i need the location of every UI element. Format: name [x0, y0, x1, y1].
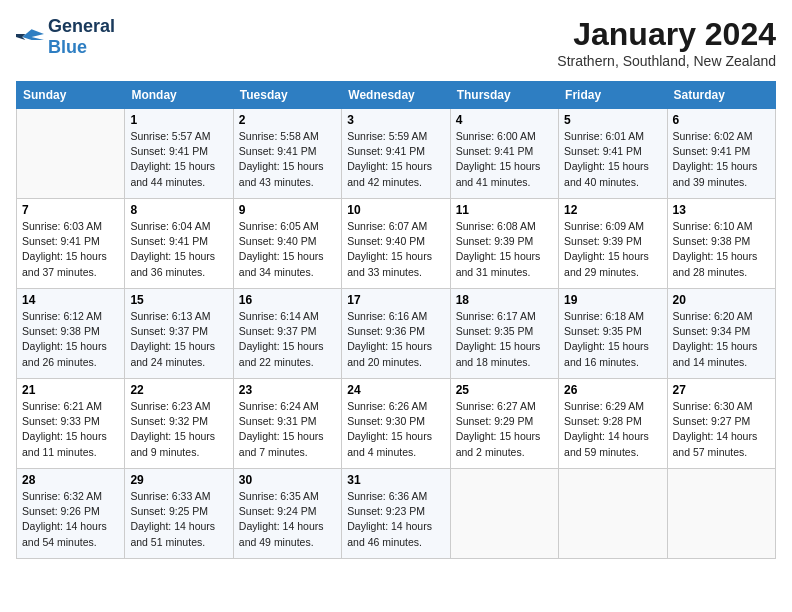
subtitle: Strathern, Southland, New Zealand	[557, 53, 776, 69]
day-info: Sunrise: 6:36 AMSunset: 9:23 PMDaylight:…	[347, 489, 444, 550]
day-info: Sunrise: 5:57 AMSunset: 9:41 PMDaylight:…	[130, 129, 227, 190]
day-number: 28	[22, 473, 119, 487]
title-block: January 2024 Strathern, Southland, New Z…	[557, 16, 776, 69]
day-number: 17	[347, 293, 444, 307]
calendar-day-header: Saturday	[667, 82, 775, 109]
calendar-cell: 25Sunrise: 6:27 AMSunset: 9:29 PMDayligh…	[450, 379, 558, 469]
day-number: 8	[130, 203, 227, 217]
calendar-cell: 22Sunrise: 6:23 AMSunset: 9:32 PMDayligh…	[125, 379, 233, 469]
main-title: January 2024	[557, 16, 776, 53]
calendar-cell: 10Sunrise: 6:07 AMSunset: 9:40 PMDayligh…	[342, 199, 450, 289]
logo: General Blue	[16, 16, 115, 57]
svg-marker-0	[22, 29, 44, 40]
day-info: Sunrise: 6:17 AMSunset: 9:35 PMDaylight:…	[456, 309, 553, 370]
day-number: 19	[564, 293, 661, 307]
calendar-cell: 4Sunrise: 6:00 AMSunset: 9:41 PMDaylight…	[450, 109, 558, 199]
day-info: Sunrise: 6:24 AMSunset: 9:31 PMDaylight:…	[239, 399, 336, 460]
day-number: 29	[130, 473, 227, 487]
calendar-cell: 3Sunrise: 5:59 AMSunset: 9:41 PMDaylight…	[342, 109, 450, 199]
day-number: 2	[239, 113, 336, 127]
day-info: Sunrise: 6:14 AMSunset: 9:37 PMDaylight:…	[239, 309, 336, 370]
day-info: Sunrise: 6:20 AMSunset: 9:34 PMDaylight:…	[673, 309, 770, 370]
day-info: Sunrise: 6:07 AMSunset: 9:40 PMDaylight:…	[347, 219, 444, 280]
day-info: Sunrise: 6:18 AMSunset: 9:35 PMDaylight:…	[564, 309, 661, 370]
calendar-cell: 26Sunrise: 6:29 AMSunset: 9:28 PMDayligh…	[559, 379, 667, 469]
calendar-cell: 18Sunrise: 6:17 AMSunset: 9:35 PMDayligh…	[450, 289, 558, 379]
calendar-cell: 29Sunrise: 6:33 AMSunset: 9:25 PMDayligh…	[125, 469, 233, 559]
day-number: 9	[239, 203, 336, 217]
day-number: 24	[347, 383, 444, 397]
day-info: Sunrise: 6:12 AMSunset: 9:38 PMDaylight:…	[22, 309, 119, 370]
day-info: Sunrise: 6:09 AMSunset: 9:39 PMDaylight:…	[564, 219, 661, 280]
day-info: Sunrise: 6:35 AMSunset: 9:24 PMDaylight:…	[239, 489, 336, 550]
calendar-cell: 27Sunrise: 6:30 AMSunset: 9:27 PMDayligh…	[667, 379, 775, 469]
calendar-cell	[450, 469, 558, 559]
calendar-cell: 9Sunrise: 6:05 AMSunset: 9:40 PMDaylight…	[233, 199, 341, 289]
day-number: 10	[347, 203, 444, 217]
calendar-day-header: Thursday	[450, 82, 558, 109]
calendar-cell: 2Sunrise: 5:58 AMSunset: 9:41 PMDaylight…	[233, 109, 341, 199]
calendar-cell: 14Sunrise: 6:12 AMSunset: 9:38 PMDayligh…	[17, 289, 125, 379]
day-info: Sunrise: 6:30 AMSunset: 9:27 PMDaylight:…	[673, 399, 770, 460]
day-number: 25	[456, 383, 553, 397]
day-number: 14	[22, 293, 119, 307]
day-info: Sunrise: 5:58 AMSunset: 9:41 PMDaylight:…	[239, 129, 336, 190]
day-info: Sunrise: 6:21 AMSunset: 9:33 PMDaylight:…	[22, 399, 119, 460]
day-number: 30	[239, 473, 336, 487]
calendar-day-header: Wednesday	[342, 82, 450, 109]
day-info: Sunrise: 6:32 AMSunset: 9:26 PMDaylight:…	[22, 489, 119, 550]
calendar-cell: 8Sunrise: 6:04 AMSunset: 9:41 PMDaylight…	[125, 199, 233, 289]
calendar-cell: 15Sunrise: 6:13 AMSunset: 9:37 PMDayligh…	[125, 289, 233, 379]
calendar-week-row: 14Sunrise: 6:12 AMSunset: 9:38 PMDayligh…	[17, 289, 776, 379]
calendar-cell: 12Sunrise: 6:09 AMSunset: 9:39 PMDayligh…	[559, 199, 667, 289]
day-info: Sunrise: 6:08 AMSunset: 9:39 PMDaylight:…	[456, 219, 553, 280]
day-number: 7	[22, 203, 119, 217]
calendar-cell: 19Sunrise: 6:18 AMSunset: 9:35 PMDayligh…	[559, 289, 667, 379]
day-number: 16	[239, 293, 336, 307]
calendar-day-header: Sunday	[17, 82, 125, 109]
calendar-header: SundayMondayTuesdayWednesdayThursdayFrid…	[17, 82, 776, 109]
day-number: 15	[130, 293, 227, 307]
calendar-week-row: 21Sunrise: 6:21 AMSunset: 9:33 PMDayligh…	[17, 379, 776, 469]
calendar-cell: 28Sunrise: 6:32 AMSunset: 9:26 PMDayligh…	[17, 469, 125, 559]
logo-bird-icon	[16, 26, 44, 48]
calendar-cell: 1Sunrise: 5:57 AMSunset: 9:41 PMDaylight…	[125, 109, 233, 199]
day-info: Sunrise: 6:02 AMSunset: 9:41 PMDaylight:…	[673, 129, 770, 190]
day-number: 31	[347, 473, 444, 487]
logo-text: General Blue	[48, 16, 115, 57]
day-info: Sunrise: 6:03 AMSunset: 9:41 PMDaylight:…	[22, 219, 119, 280]
calendar-cell: 11Sunrise: 6:08 AMSunset: 9:39 PMDayligh…	[450, 199, 558, 289]
day-number: 21	[22, 383, 119, 397]
day-number: 4	[456, 113, 553, 127]
day-number: 3	[347, 113, 444, 127]
calendar-week-row: 28Sunrise: 6:32 AMSunset: 9:26 PMDayligh…	[17, 469, 776, 559]
day-number: 23	[239, 383, 336, 397]
calendar-cell: 16Sunrise: 6:14 AMSunset: 9:37 PMDayligh…	[233, 289, 341, 379]
calendar-week-row: 7Sunrise: 6:03 AMSunset: 9:41 PMDaylight…	[17, 199, 776, 289]
calendar-cell: 30Sunrise: 6:35 AMSunset: 9:24 PMDayligh…	[233, 469, 341, 559]
day-number: 12	[564, 203, 661, 217]
day-info: Sunrise: 5:59 AMSunset: 9:41 PMDaylight:…	[347, 129, 444, 190]
calendar-cell: 24Sunrise: 6:26 AMSunset: 9:30 PMDayligh…	[342, 379, 450, 469]
calendar-cell: 13Sunrise: 6:10 AMSunset: 9:38 PMDayligh…	[667, 199, 775, 289]
day-number: 11	[456, 203, 553, 217]
calendar-cell: 21Sunrise: 6:21 AMSunset: 9:33 PMDayligh…	[17, 379, 125, 469]
day-info: Sunrise: 6:04 AMSunset: 9:41 PMDaylight:…	[130, 219, 227, 280]
calendar-cell	[17, 109, 125, 199]
calendar-body: 1Sunrise: 5:57 AMSunset: 9:41 PMDaylight…	[17, 109, 776, 559]
calendar-cell	[667, 469, 775, 559]
page-header: General Blue January 2024 Strathern, Sou…	[16, 16, 776, 69]
day-info: Sunrise: 6:10 AMSunset: 9:38 PMDaylight:…	[673, 219, 770, 280]
day-number: 13	[673, 203, 770, 217]
calendar-cell: 20Sunrise: 6:20 AMSunset: 9:34 PMDayligh…	[667, 289, 775, 379]
day-info: Sunrise: 6:05 AMSunset: 9:40 PMDaylight:…	[239, 219, 336, 280]
day-info: Sunrise: 6:16 AMSunset: 9:36 PMDaylight:…	[347, 309, 444, 370]
calendar-table: SundayMondayTuesdayWednesdayThursdayFrid…	[16, 81, 776, 559]
day-number: 20	[673, 293, 770, 307]
calendar-cell: 17Sunrise: 6:16 AMSunset: 9:36 PMDayligh…	[342, 289, 450, 379]
day-info: Sunrise: 6:13 AMSunset: 9:37 PMDaylight:…	[130, 309, 227, 370]
day-info: Sunrise: 6:27 AMSunset: 9:29 PMDaylight:…	[456, 399, 553, 460]
day-number: 27	[673, 383, 770, 397]
calendar-day-header: Monday	[125, 82, 233, 109]
day-number: 1	[130, 113, 227, 127]
